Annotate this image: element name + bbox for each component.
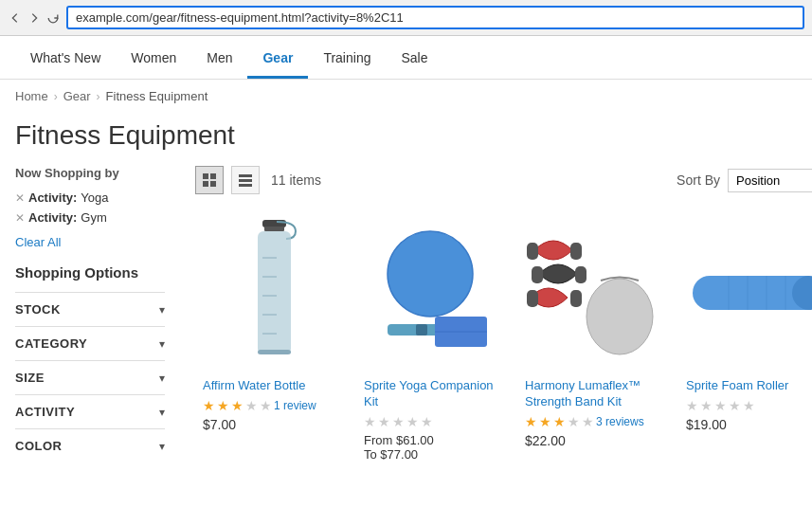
address-bar[interactable] <box>66 6 804 29</box>
star-1: ★ <box>686 398 698 413</box>
star-2: ★ <box>217 398 229 413</box>
star-2: ★ <box>700 398 713 413</box>
breadcrumb-current: Fitness Equipment <box>106 89 208 103</box>
filter-yoga-label: Activity: <box>28 190 77 205</box>
svg-rect-9 <box>258 231 291 354</box>
filter-gym-value: Gym <box>81 210 106 225</box>
page-title: Fitness Equipment <box>0 113 812 166</box>
active-filter-gym: ✕ Activity: Gym <box>15 208 165 227</box>
back-button[interactable] <box>8 10 23 26</box>
nav-men[interactable]: Men <box>191 37 247 79</box>
star-4: ★ <box>406 414 419 429</box>
svg-rect-28 <box>527 290 538 307</box>
filter-color-label: COLOR <box>15 439 62 453</box>
filter-group-category[interactable]: CATEGORY ▾ <box>15 326 165 360</box>
product-img-band-kit <box>525 217 667 369</box>
star-3: ★ <box>553 414 566 429</box>
svg-rect-7 <box>262 220 286 227</box>
breadcrumb: Home › Gear › Fitness Equipment <box>0 80 812 113</box>
refresh-button[interactable] <box>45 10 61 26</box>
sort-label: Sort By <box>677 172 720 188</box>
svg-rect-4 <box>239 174 252 177</box>
main-content: 11 items Sort By Position Product Name P… <box>180 166 812 469</box>
nav-whats-new[interactable]: What's New <box>15 37 116 79</box>
svg-rect-15 <box>258 350 291 354</box>
stars-water-bottle: ★ ★ ★ ★ ★ 1 review <box>203 398 349 413</box>
product-grid: Affirm Water Bottle ★ ★ ★ ★ ★ 1 review $… <box>195 209 812 469</box>
product-card-band-kit[interactable]: Harmony Lumaflex™ Strength Band Kit ★ ★ … <box>517 209 678 469</box>
price-water-bottle: $7.00 <box>203 417 349 432</box>
filter-category-label: CATEGORY <box>15 336 87 351</box>
svg-rect-27 <box>575 266 586 283</box>
star-2: ★ <box>539 414 551 429</box>
shopping-options-title: Shopping Options <box>15 264 165 281</box>
breadcrumb-home[interactable]: Home <box>15 89 48 103</box>
price-from-yoga-kit: From $61.00 <box>364 433 510 447</box>
filter-group-activity[interactable]: ACTIVITY ▾ <box>15 394 165 428</box>
items-count: 11 items <box>271 172 321 188</box>
svg-rect-26 <box>532 266 543 283</box>
filter-stock-arrow: ▾ <box>159 303 165 317</box>
star-3: ★ <box>714 398 727 413</box>
clear-all-link[interactable]: Clear All <box>15 235 165 249</box>
browser-nav-buttons <box>8 10 61 26</box>
product-name-band-kit[interactable]: Harmony Lumaflex™ Strength Band Kit <box>525 378 671 410</box>
svg-rect-24 <box>527 243 538 260</box>
filter-group-color[interactable]: COLOR ▾ <box>15 428 165 463</box>
star-4: ★ <box>245 398 258 413</box>
remove-filter-gym[interactable]: ✕ <box>15 211 25 225</box>
list-view-button[interactable] <box>231 166 260 194</box>
svg-rect-29 <box>570 290 582 307</box>
nav-gear[interactable]: Gear <box>247 37 308 79</box>
product-card-yoga-kit[interactable]: Sprite Yoga Companion Kit ★ ★ ★ ★ ★ From… <box>356 209 517 469</box>
svg-rect-2 <box>203 181 208 187</box>
svg-rect-1 <box>210 173 216 179</box>
product-name-yoga-kit[interactable]: Sprite Yoga Companion Kit <box>364 378 510 410</box>
grid-view-button[interactable] <box>195 166 224 194</box>
nav-women[interactable]: Women <box>116 37 191 79</box>
star-3: ★ <box>392 414 405 429</box>
breadcrumb-sep-1: › <box>54 90 58 103</box>
filter-size-label: SIZE <box>15 371 45 385</box>
filter-group-stock[interactable]: STOCK ▾ <box>15 292 165 326</box>
forward-button[interactable] <box>27 10 42 26</box>
star-5: ★ <box>260 398 272 413</box>
filter-activity-arrow: ▾ <box>159 406 165 419</box>
star-2: ★ <box>378 414 390 429</box>
sidebar: Now Shopping by ✕ Activity: Yoga ✕ Activ… <box>0 166 180 469</box>
product-card-foam-roller[interactable]: Sprite Foam Roller ★ ★ ★ ★ ★ $19.00 <box>678 209 812 469</box>
filter-activity-label: ACTIVITY <box>15 405 75 419</box>
breadcrumb-gear[interactable]: Gear <box>63 89 91 103</box>
svg-rect-3 <box>210 181 216 187</box>
filter-gym-label: Activity: <box>28 210 77 225</box>
svg-rect-0 <box>203 173 208 179</box>
sort-area: Sort By Position Product Name Price <box>677 169 812 192</box>
price-foam-roller: $19.00 <box>686 417 812 432</box>
svg-rect-25 <box>570 243 582 260</box>
sort-select[interactable]: Position Product Name Price <box>728 169 812 192</box>
nav-sale[interactable]: Sale <box>386 37 442 79</box>
reviews-link-water-bottle[interactable]: 1 review <box>274 399 316 412</box>
svg-rect-5 <box>239 179 252 182</box>
active-filter-yoga: ✕ Activity: Yoga <box>15 188 165 208</box>
star-5: ★ <box>582 414 594 429</box>
reviews-link-band-kit[interactable]: 3 reviews <box>596 415 644 428</box>
nav-training[interactable]: Training <box>308 37 386 79</box>
star-4: ★ <box>729 398 741 413</box>
svg-rect-19 <box>416 324 427 336</box>
product-img-foam-roller <box>686 217 812 369</box>
star-3: ★ <box>231 398 244 413</box>
now-shopping-title: Now Shopping by <box>15 166 165 180</box>
price-to-yoga-kit: To $77.00 <box>364 447 510 462</box>
product-name-foam-roller[interactable]: Sprite Foam Roller <box>686 378 812 394</box>
star-1: ★ <box>364 414 376 429</box>
remove-filter-yoga[interactable]: ✕ <box>15 191 25 205</box>
product-img-yoga-kit <box>364 217 506 369</box>
product-name-water-bottle[interactable]: Affirm Water Bottle <box>203 378 349 394</box>
filter-group-size[interactable]: SIZE ▾ <box>15 360 165 394</box>
browser-chrome <box>0 0 812 36</box>
stars-foam-roller: ★ ★ ★ ★ ★ <box>686 398 812 413</box>
product-card-water-bottle[interactable]: Affirm Water Bottle ★ ★ ★ ★ ★ 1 review $… <box>195 209 356 469</box>
filter-size-arrow: ▾ <box>159 372 165 385</box>
stars-band-kit: ★ ★ ★ ★ ★ 3 reviews <box>525 414 671 429</box>
